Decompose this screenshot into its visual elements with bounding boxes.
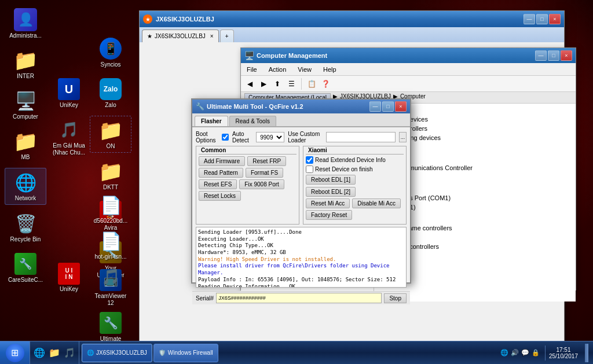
factory-reset-button[interactable]: Factory Reset: [306, 210, 352, 220]
cm-toolbar-forward[interactable]: ▶: [257, 78, 270, 90]
format-fs-button[interactable]: Format FS: [246, 168, 283, 178]
read-pattern-button[interactable]: Read Pattern: [199, 168, 243, 178]
cm-toolbar-help[interactable]: ❓: [319, 78, 332, 90]
desktop-icon-network[interactable]: 🌐 Network: [5, 168, 46, 205]
administrator-icon: 👤: [14, 8, 37, 31]
reset-efs-button[interactable]: Reset EFS: [199, 179, 237, 189]
desktop-icon-computer[interactable]: 🖥️ Computer: [5, 87, 46, 123]
read-extended-checkbox[interactable]: [306, 156, 313, 164]
auto-detect-checkbox[interactable]: [222, 134, 229, 141]
reboot-edl2-button[interactable]: Reboot EDL [2]: [306, 187, 356, 197]
desktop-icon-dktt[interactable]: 📁 DKTT: [90, 157, 131, 193]
common-row-3: Reset EFS Fix 9008 Port: [199, 179, 296, 189]
cm-menu-action[interactable]: Action: [265, 65, 290, 74]
unikey-label: UniKey: [60, 102, 78, 109]
serial-input[interactable]: [216, 293, 382, 303]
ql-ie-icon[interactable]: 🌐: [32, 346, 46, 360]
umt-log: Sending Loader [9953.uff]....Done Execut…: [196, 227, 407, 288]
desktop-icon-file-id2[interactable]: 📄 hot-girl-isn...: [90, 227, 131, 263]
taskbar-clock[interactable]: 17:51 25/10/2017: [545, 345, 581, 361]
cm-toolbar-show-hide[interactable]: ☰: [285, 78, 298, 90]
desktop-icon-mb[interactable]: 📁 MB: [5, 127, 46, 163]
read-extended-checkbox-label: Read Extended Device Info: [306, 156, 386, 164]
add-firmware-button[interactable]: Add Firmware: [199, 156, 245, 166]
reset-mi-acc-button[interactable]: Reset Mi Acc: [306, 198, 350, 208]
desktop-icon-file-id1[interactable]: 📄 d560220bd...: [90, 191, 131, 227]
desktop-icon-caresuitec[interactable]: 🔧 CareSuiteC...: [5, 250, 46, 286]
browser-favicon: ★: [143, 14, 152, 24]
auto-detect-select[interactable]: 9909: [256, 132, 284, 142]
desktop-icon-em-gai-mua[interactable]: 🎵 Em Gái Mua(Nhac Chu...: [48, 116, 90, 159]
common-row-4: Reset Locks: [199, 191, 296, 201]
browser-tab-active[interactable]: ★ JX6SIKJ3OLUZLBJ ×: [142, 30, 219, 42]
start-orb-icon: ⊞: [6, 344, 24, 362]
xiaomi-row-2: Reset Mi Acc Disable Mi Acc: [306, 198, 404, 208]
cm-menu-view[interactable]: View: [294, 65, 315, 74]
umt-minimize-button[interactable]: —: [369, 101, 381, 112]
cm-toolbar-properties[interactable]: 📋: [305, 78, 318, 90]
file-id2-icon: 📄: [99, 229, 122, 252]
ql-media-icon[interactable]: 🎵: [63, 346, 76, 360]
recycle-bin-label: Recycle Bin: [10, 236, 41, 243]
tray-network-icon[interactable]: 🌐: [500, 348, 509, 358]
custom-loader-input[interactable]: [326, 132, 396, 142]
cm-toolbar-up[interactable]: ⬆: [271, 78, 284, 90]
umt-columns: Common Add Firmware Reset FRP Read Patte…: [196, 146, 407, 225]
cm-toolbar-back[interactable]: ◀: [243, 78, 256, 90]
fix-9008-port-button[interactable]: Fix 9008 Port: [239, 179, 284, 189]
taskbar-btn-firewall[interactable]: 🛡️ Windows Firewall: [153, 344, 218, 362]
log-entry-4: Warning! High Speed Driver is not instal…: [198, 256, 404, 263]
inter-label: INTER: [17, 73, 34, 80]
desktop-icon-hot-girl[interactable]: 🎵: [90, 263, 131, 292]
browser-tab-close[interactable]: ×: [210, 33, 214, 39]
computer-label: Computer: [13, 113, 38, 120]
zalo-icon: Zalo: [99, 78, 122, 101]
desktop-icon-recycle-bin[interactable]: 🗑️ Recycle Bin: [5, 209, 46, 245]
cm-titlebar: 🖥️ Computer Management — □ ×: [241, 48, 576, 63]
read-extended-label: Read Extended Device Info: [315, 157, 386, 163]
custom-loader-browse[interactable]: ...: [399, 132, 407, 142]
cm-minimize-button[interactable]: —: [535, 50, 547, 61]
desktop-icon-unikey[interactable]: U UniKey: [48, 75, 90, 111]
taskbar-btn-browser[interactable]: 🌐 JX6SIKJ3OLUZLBJ: [82, 344, 152, 362]
tray-security-icon[interactable]: 🔒: [531, 348, 540, 358]
desktop-icon-zalo[interactable]: Zalo Zalo: [90, 75, 131, 111]
umt-maximize-button[interactable]: □: [382, 101, 394, 112]
start-button[interactable]: ⊞: [0, 341, 30, 365]
desktop-file-icons: 📄 d560220bd... 📄 hot-girl-isn... 🎵: [90, 191, 131, 292]
ultimate-multi-tool-icon: 🔧: [99, 311, 122, 334]
desktop-icon-syncios[interactable]: 📱 Syncios: [90, 35, 131, 71]
cm-menu-help[interactable]: Help: [320, 65, 340, 74]
umt-close-button[interactable]: ×: [395, 101, 407, 112]
reboot-edl1-button[interactable]: Reboot EDL [1]: [306, 175, 356, 185]
reset-locks-button[interactable]: Reset Locks: [199, 191, 241, 201]
umt-tab-read-tools[interactable]: Read & Tools: [229, 116, 276, 126]
show-desktop-button[interactable]: [585, 344, 588, 362]
desktop-icon-on[interactable]: 📁 ON: [90, 116, 131, 153]
desktop-icon-unikey2[interactable]: U II N UniKey: [48, 260, 90, 295]
cm-menu-file[interactable]: File: [243, 65, 261, 74]
desktop: 👤 Administra... 📁 INTER 🖥️ Computer 📁 MB…: [0, 0, 593, 364]
tray-msg-icon[interactable]: 💬: [521, 348, 530, 358]
hot-girl-icon: 🎵: [99, 265, 122, 288]
reset-frp-button[interactable]: Reset FRP: [247, 156, 286, 166]
reset-device-checkbox[interactable]: [306, 166, 313, 173]
quicklaunch-area: 🌐 📁 🎵: [30, 341, 79, 364]
browser-add-tab-button[interactable]: +: [220, 30, 234, 42]
browser-maximize-button[interactable]: □: [536, 14, 548, 24]
stop-button[interactable]: Stop: [384, 293, 407, 303]
log-entry-2: Detecting Chip Type...OK: [198, 242, 404, 249]
umt-tab-flasher[interactable]: Flasher: [195, 116, 228, 126]
desktop-icon-administrator[interactable]: 👤 Administra...: [5, 6, 46, 42]
tray-volume-icon[interactable]: 🔊: [510, 348, 519, 358]
log-entry-3: Hardware*: 8953, eMMC, 32 GB: [198, 249, 404, 256]
browser-minimize-button[interactable]: —: [524, 14, 535, 24]
cm-maximize-button[interactable]: □: [548, 50, 559, 61]
umt-title: Ultimate Multi Tool - QcFire v1.2: [207, 103, 367, 110]
log-entry-5: Please install driver from QcFire\Driver…: [198, 263, 404, 276]
desktop-icon-inter[interactable]: 📁 INTER: [5, 46, 46, 82]
disable-mi-acc-button[interactable]: Disable Mi Acc: [352, 198, 401, 208]
cm-close-button[interactable]: ×: [561, 50, 572, 61]
browser-close-button[interactable]: ×: [549, 14, 561, 24]
ql-explorer-icon[interactable]: 📁: [47, 346, 61, 360]
